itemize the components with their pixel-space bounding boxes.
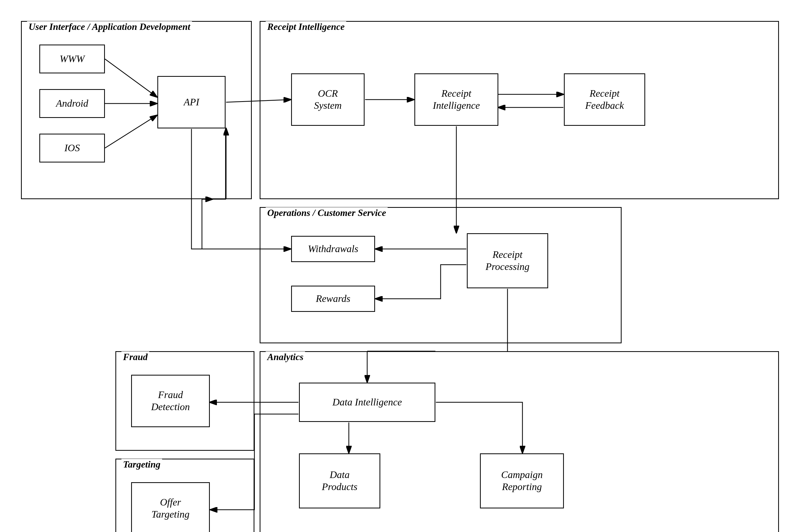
section-fraud-label: Fraud — [122, 352, 149, 362]
section-operations: Operations / Customer Service — [260, 207, 622, 343]
node-receipt-processing: ReceiptProcessing — [467, 233, 548, 288]
node-withdrawals: Withdrawals — [291, 236, 375, 262]
node-campaign-reporting: CampaignReporting — [480, 453, 564, 508]
section-operations-label: Operations / Customer Service — [266, 207, 388, 218]
node-receipt-feedback: ReceiptFeedback — [564, 73, 645, 126]
node-offer-targeting: OfferTargeting — [131, 482, 210, 532]
node-data-intelligence: Data Intelligence — [299, 383, 436, 422]
node-ios: IOS — [39, 134, 105, 163]
node-rewards: Rewards — [291, 286, 375, 312]
section-ui-app-label: User Interface / Application Development — [27, 21, 192, 32]
section-targeting-label: Targeting — [122, 459, 162, 470]
node-data-products: DataProducts — [299, 453, 380, 508]
diagram: User Interface / Application Development… — [13, 13, 787, 521]
node-api: API — [158, 76, 225, 128]
node-www: WWW — [39, 44, 105, 73]
section-analytics-label: Analytics — [266, 352, 305, 362]
node-receipt-intel: ReceiptIntelligence — [414, 73, 498, 126]
node-ocr: OCRSystem — [291, 73, 365, 126]
node-fraud-detection: FraudDetection — [131, 375, 210, 427]
node-android: Android — [39, 89, 105, 118]
section-receipt-intel-label: Receipt Intelligence — [266, 21, 346, 32]
